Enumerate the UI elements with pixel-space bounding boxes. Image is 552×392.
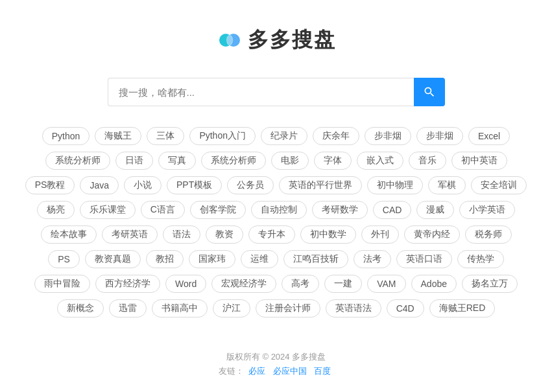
tag-item[interactable]: 杨亮 xyxy=(37,201,75,219)
tag-item[interactable]: 庆余年 xyxy=(313,127,359,145)
tag-item[interactable]: 法考 xyxy=(354,250,391,268)
footer: 版权所有 © 2024 多多搜盘 友链： 必应 必应中国 百度 xyxy=(219,351,334,377)
search-bar xyxy=(108,78,445,106)
tag-item[interactable]: 西方经济学 xyxy=(95,275,160,293)
logo-area: 多多搜盘 xyxy=(217,26,336,54)
tag-item[interactable]: 小学英语 xyxy=(459,201,515,219)
tag-item[interactable]: 嵌入式 xyxy=(357,152,403,170)
tag-item[interactable]: 乐乐课堂 xyxy=(80,201,136,219)
tag-item[interactable]: 海贼王 xyxy=(95,127,141,145)
tag-item[interactable]: 系统分析师 xyxy=(45,152,110,170)
tag-item[interactable]: 写真 xyxy=(158,152,196,170)
tag-item[interactable]: 安全培训 xyxy=(471,176,527,194)
footer-links-label: 友链： xyxy=(219,366,244,376)
page-wrapper: 多多搜盘 Python海贼王三体Python入门纪录片庆余年步非烟步非烟Exce… xyxy=(0,0,552,390)
tag-item[interactable]: 高考 xyxy=(282,275,319,293)
tag-item[interactable]: 注册会计师 xyxy=(256,299,320,317)
logo-icon xyxy=(217,27,243,53)
tag-item[interactable]: PS xyxy=(48,250,80,268)
tag-item[interactable]: 电影 xyxy=(271,152,309,170)
search-button[interactable] xyxy=(414,78,445,106)
tag-item[interactable]: 公务员 xyxy=(227,176,274,194)
tag-item[interactable]: 纪录片 xyxy=(261,127,307,145)
tag-item[interactable]: 初中英语 xyxy=(451,152,507,170)
tag-item[interactable]: 国家玮 xyxy=(189,250,235,268)
tag-item[interactable]: Python入门 xyxy=(189,127,256,145)
footer-links: 友链： 必应 必应中国 百度 xyxy=(219,365,334,377)
tag-item[interactable]: Java xyxy=(80,176,119,194)
tag-item[interactable]: 教资 xyxy=(206,225,243,244)
tags-area: Python海贼王三体Python入门纪录片庆余年步非烟步非烟Excel系统分析… xyxy=(23,127,529,317)
tag-item[interactable]: 初中物理 xyxy=(367,176,423,194)
tag-item[interactable]: 考研英语 xyxy=(102,225,158,244)
tag-item[interactable]: Word xyxy=(165,275,206,293)
search-input[interactable] xyxy=(108,78,414,106)
tag-item[interactable]: 三体 xyxy=(147,127,184,145)
tag-item[interactable]: 绘本故事 xyxy=(41,225,97,244)
svg-point-2 xyxy=(226,35,233,45)
tag-item[interactable]: 沪江 xyxy=(213,299,250,317)
tag-item[interactable]: C4D xyxy=(387,299,424,317)
tag-item[interactable]: 教资真题 xyxy=(85,250,141,268)
tag-item[interactable]: Adobe xyxy=(411,275,457,293)
tag-item[interactable]: 黄帝内经 xyxy=(404,225,460,244)
logo-text: 多多搜盘 xyxy=(248,26,336,54)
tag-item[interactable]: 一建 xyxy=(324,275,362,293)
tag-item[interactable]: 专升本 xyxy=(248,225,295,244)
tag-item[interactable]: PPT模板 xyxy=(167,176,222,194)
tag-item[interactable]: 小说 xyxy=(124,176,162,194)
tag-item[interactable]: 考研数学 xyxy=(312,201,368,219)
tag-item[interactable]: CAD xyxy=(373,201,412,219)
tag-item[interactable]: C语言 xyxy=(141,201,185,219)
search-icon xyxy=(423,86,436,98)
tag-item[interactable]: 音乐 xyxy=(409,152,446,170)
tag-item[interactable]: 英语口语 xyxy=(396,250,452,268)
tag-item[interactable]: 初中数学 xyxy=(300,225,356,244)
tag-item[interactable]: Excel xyxy=(468,127,510,145)
tag-item[interactable]: 自动控制 xyxy=(251,201,307,219)
tag-item[interactable]: Python xyxy=(42,127,90,145)
tag-item[interactable]: 海贼王RED xyxy=(429,299,496,317)
tag-item[interactable]: 扬名立万 xyxy=(462,275,518,293)
tag-item[interactable]: 传热学 xyxy=(457,250,504,268)
tag-item[interactable]: 宏观经济学 xyxy=(211,275,276,293)
tag-item[interactable]: 字体 xyxy=(314,152,352,170)
tag-item[interactable]: 雨中冒险 xyxy=(34,275,90,293)
tag-item[interactable]: VAM xyxy=(367,275,405,293)
tag-item[interactable]: 英语语法 xyxy=(326,299,381,317)
tag-item[interactable]: 系统分析师 xyxy=(201,152,266,170)
tag-item[interactable]: 漫威 xyxy=(416,201,454,219)
tag-item[interactable]: 运维 xyxy=(241,250,278,268)
tag-item[interactable]: 税务师 xyxy=(465,225,512,244)
footer-link-baidu[interactable]: 百度 xyxy=(314,366,331,376)
tag-item[interactable]: 迅雷 xyxy=(109,299,147,317)
tag-item[interactable]: 教招 xyxy=(146,250,184,268)
tag-item[interactable]: 创客学院 xyxy=(190,201,246,219)
copyright: 版权所有 © 2024 多多搜盘 xyxy=(219,351,334,363)
tag-item[interactable]: 军棋 xyxy=(428,176,466,194)
tag-item[interactable]: 新概念 xyxy=(57,299,104,317)
tag-item[interactable]: 步非烟 xyxy=(416,127,463,145)
tag-item[interactable]: 江鸣百技斩 xyxy=(283,250,348,268)
tag-item[interactable]: 英语的平行世界 xyxy=(279,176,362,194)
tag-item[interactable]: 外刊 xyxy=(361,225,399,244)
tag-item[interactable]: 书籍高中 xyxy=(152,299,208,317)
tag-item[interactable]: 语法 xyxy=(163,225,200,244)
tag-item[interactable]: 日语 xyxy=(115,152,153,170)
tag-item[interactable]: 步非烟 xyxy=(365,127,411,145)
footer-link-biying[interactable]: 必应 xyxy=(248,366,265,376)
footer-link-biying-china[interactable]: 必应中国 xyxy=(273,366,307,376)
tag-item[interactable]: PS教程 xyxy=(25,176,75,194)
